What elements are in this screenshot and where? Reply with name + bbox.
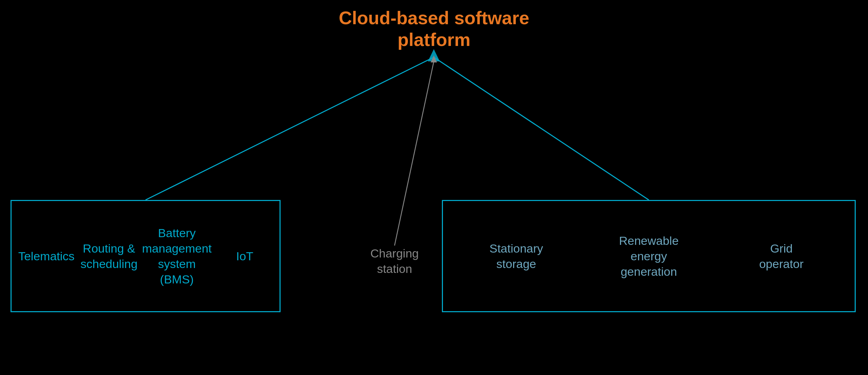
left-box: Telematics Routing &scheduling Batteryma…	[11, 200, 281, 312]
svg-line-2	[395, 61, 434, 246]
diagram-lines	[0, 0, 868, 375]
stationary-item: Stationarystorage	[450, 241, 583, 272]
svg-line-0	[146, 57, 434, 200]
telematics-item: Telematics	[15, 248, 78, 264]
svg-marker-3	[428, 49, 440, 61]
grid-item: Gridoperator	[715, 241, 848, 272]
diagram-container: Cloud-based software platform Telematics…	[0, 0, 868, 375]
cloud-title-line1: Cloud-based software	[339, 8, 529, 28]
battery-item: Batterymanagementsystem (BMS)	[140, 225, 213, 287]
renewable-item: Renewableenergygeneration	[583, 233, 715, 280]
right-box: Stationarystorage Renewableenergygenerat…	[442, 200, 856, 312]
svg-line-1	[434, 57, 649, 200]
cloud-title-line2: platform	[398, 29, 471, 50]
routing-item: Routing &scheduling	[78, 241, 141, 272]
svg-marker-4	[431, 55, 437, 62]
charging-station-label: Chargingstation	[351, 246, 438, 276]
iot-item: IoT	[214, 248, 276, 264]
cloud-title: Cloud-based software platform	[339, 7, 529, 51]
